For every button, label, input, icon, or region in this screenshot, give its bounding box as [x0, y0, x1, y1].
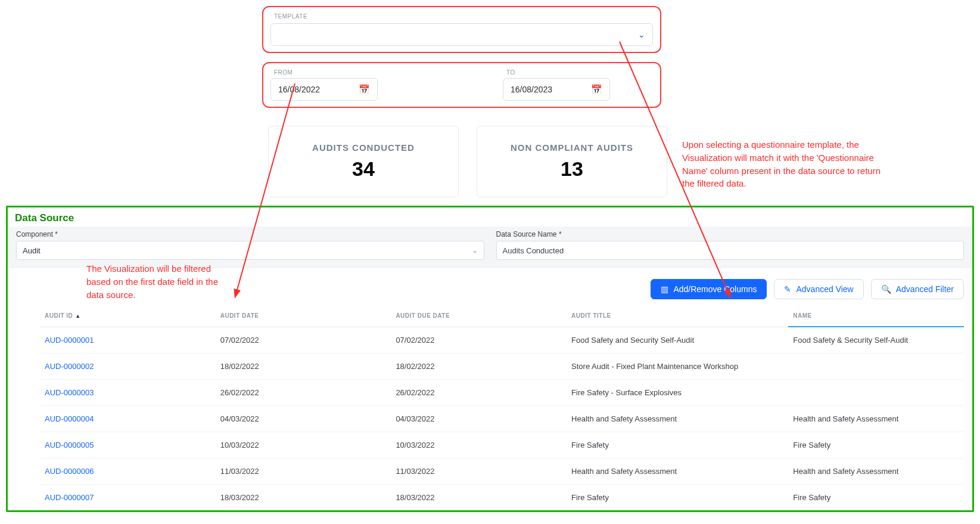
cell-audit-date: 07/02/2022	[216, 327, 391, 354]
kpi-label: AUDITS CONDUCTED	[312, 142, 415, 153]
table-row: AUD-000000218/02/202218/02/2022Store Aud…	[40, 354, 964, 380]
advanced-filter-button[interactable]: 🔍 Advanced Filter	[871, 279, 964, 299]
button-label: Advanced View	[796, 284, 853, 294]
cell-audit-due-date: 10/03/2022	[391, 432, 567, 458]
cell-audit-due-date: 11/03/2022	[391, 458, 567, 485]
col-audit-due-date[interactable]: AUDIT DUE DATE	[391, 305, 567, 327]
advanced-view-button[interactable]: ✎ Advanced View	[774, 279, 863, 299]
dsname-label: Data Source Name *	[496, 230, 965, 238]
search-plus-icon: 🔍	[881, 284, 891, 294]
from-date-value: 16/08/2022	[278, 85, 320, 94]
audit-id-link[interactable]: AUD-0000005	[40, 432, 216, 458]
sort-asc-icon: ▲	[75, 313, 80, 319]
table-row: AUD-000000326/02/202226/02/2022Fire Safe…	[40, 380, 964, 406]
template-select[interactable]: ⌄	[270, 23, 653, 46]
cell-audit-title: Food Safety and Security Self-Audit	[567, 327, 788, 354]
date-filter-group: FROM 16/08/2022 📅 TO 16/08/2023 📅	[262, 62, 661, 108]
audits-table: AUDIT ID▲ AUDIT DATE AUDIT DUE DATE AUDI…	[40, 305, 964, 510]
to-date-input[interactable]: 16/08/2023 📅	[503, 78, 610, 101]
cell-audit-due-date: 18/03/2022	[391, 485, 567, 511]
table-row: AUD-000000107/02/202207/02/2022Food Safe…	[40, 327, 964, 354]
audit-id-link[interactable]: AUD-0000004	[40, 406, 216, 432]
columns-icon: ▥	[661, 284, 668, 294]
table-row: AUD-000000404/03/202204/03/2022Health an…	[40, 406, 964, 432]
audit-id-link[interactable]: AUD-0000003	[40, 380, 216, 406]
kpi-value: 34	[352, 157, 375, 181]
cell-audit-title: Fire Safety	[567, 432, 788, 458]
audit-id-link[interactable]: AUD-0000007	[40, 485, 216, 511]
component-value: Audit	[23, 246, 41, 255]
calendar-icon: 📅	[359, 84, 370, 95]
cell-audit-due-date: 26/02/2022	[391, 380, 567, 406]
calendar-icon: 📅	[591, 84, 602, 95]
to-label: TO	[503, 69, 610, 76]
kpi-label: NON COMPLIANT AUDITS	[511, 142, 633, 153]
data-source-panel: Data Source Component * Audit ⌄ Data Sou…	[6, 206, 974, 512]
dsname-value: Audits Conducted	[503, 246, 564, 255]
data-source-title: Data Source	[8, 207, 972, 227]
audit-id-link[interactable]: AUD-0000006	[40, 458, 216, 485]
button-label: Advanced Filter	[896, 284, 954, 294]
col-name[interactable]: NAME	[788, 305, 964, 327]
audit-id-link[interactable]: AUD-0000001	[40, 327, 216, 354]
cell-name: Health and Safety Assessment	[788, 458, 964, 485]
annotation-left: The Visualization will be filtered based…	[86, 262, 235, 301]
cell-audit-date: 10/03/2022	[216, 432, 391, 458]
cell-audit-due-date: 07/02/2022	[391, 327, 567, 354]
col-audit-id[interactable]: AUDIT ID▲	[40, 305, 216, 327]
kpi-audits-conducted: AUDITS CONDUCTED 34	[268, 126, 459, 197]
chevron-down-icon: ⌄	[638, 30, 645, 39]
cell-audit-date: 04/03/2022	[216, 406, 391, 432]
chevron-down-icon: ⌄	[472, 246, 478, 255]
cell-audit-title: Fire Safety - Surface Explosives	[567, 380, 788, 406]
cell-audit-due-date: 04/03/2022	[391, 406, 567, 432]
cell-audit-title: Health and Safety Assessment	[567, 458, 788, 485]
cell-name: Fire Safety	[788, 432, 964, 458]
table-row: AUD-000000718/03/202218/03/2022Fire Safe…	[40, 485, 964, 511]
cell-name	[788, 354, 964, 380]
cell-audit-title: Fire Safety	[567, 485, 788, 511]
component-label: Component *	[16, 230, 484, 238]
edit-icon: ✎	[784, 284, 791, 294]
from-label: FROM	[270, 69, 378, 76]
cell-name: Health and Safety Assessment	[788, 406, 964, 432]
cell-name: Fire Safety	[788, 485, 964, 511]
cell-audit-title: Health and Safety Assessment	[567, 406, 788, 432]
table-row: AUD-000000510/03/202210/03/2022Fire Safe…	[40, 432, 964, 458]
annotation-right: Upon selecting a questionnaire template,…	[682, 138, 885, 190]
col-audit-title[interactable]: AUDIT TITLE	[567, 305, 788, 327]
dsname-input[interactable]: Audits Conducted	[496, 241, 965, 260]
cell-audit-date: 11/03/2022	[216, 458, 391, 485]
to-date-value: 16/08/2023	[511, 85, 552, 94]
cell-audit-date: 18/02/2022	[216, 354, 391, 380]
add-remove-columns-button[interactable]: ▥ Add/Remove Columns	[651, 279, 767, 299]
cell-audit-date: 26/02/2022	[216, 380, 391, 406]
kpi-noncompliant-audits: NON COMPLIANT AUDITS 13	[477, 126, 667, 197]
from-date-input[interactable]: 16/08/2022 📅	[270, 78, 378, 101]
cell-name: Food Safety & Security Self-Audit	[788, 327, 964, 354]
cell-audit-due-date: 18/02/2022	[391, 354, 567, 380]
cell-name	[788, 380, 964, 406]
col-audit-date[interactable]: AUDIT DATE	[216, 305, 391, 327]
table-row: AUD-000000611/03/202211/03/2022Health an…	[40, 458, 964, 485]
component-select[interactable]: Audit ⌄	[16, 241, 484, 260]
button-label: Add/Remove Columns	[673, 284, 757, 294]
template-label: TEMPLATE	[270, 13, 653, 20]
template-filter-group: TEMPLATE ⌄	[262, 6, 661, 53]
audit-id-link[interactable]: AUD-0000002	[40, 354, 216, 380]
cell-audit-title: Store Audit - Fixed Plant Maintenance Wo…	[567, 354, 788, 380]
kpi-value: 13	[561, 157, 583, 181]
cell-audit-date: 18/03/2022	[216, 485, 391, 511]
